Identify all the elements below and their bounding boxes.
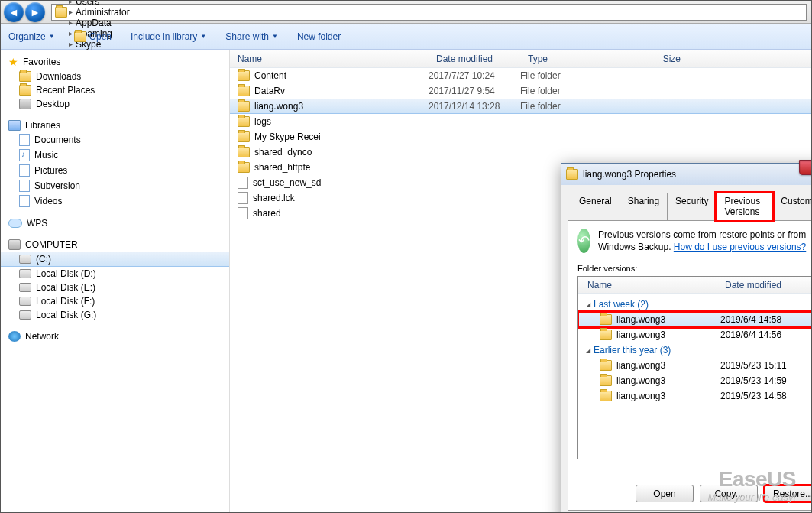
close-button[interactable]: ✕ <box>799 160 812 175</box>
column-name[interactable]: Name <box>230 54 429 64</box>
drive-icon <box>19 269 31 278</box>
folder-icon <box>600 375 612 386</box>
column-size[interactable]: Size <box>612 54 688 64</box>
versions-listbox: Name Date modified ◢ Last week (2)liang.… <box>577 276 812 459</box>
drive-icon <box>19 297 31 306</box>
drive-icon <box>19 283 31 292</box>
version-group-header[interactable]: ◢ Earlier this year (3) <box>578 343 812 358</box>
tab-previous-versions[interactable]: Previous Versions <box>716 193 773 221</box>
computer-group[interactable]: COMPUTER <box>1 238 229 252</box>
libraries-icon <box>8 120 21 131</box>
include-menu[interactable]: Include in library ▼ <box>131 31 206 42</box>
file-row[interactable]: DataRv2017/11/27 9:54File folder <box>230 83 811 99</box>
version-row[interactable]: liang.wong32019/5/23 14:59 <box>578 373 812 388</box>
description-text: Previous versions come from restore poin… <box>598 229 812 253</box>
cloud-icon <box>8 219 22 228</box>
dialog-titlebar[interactable]: liang.wong3 Properties ✕ <box>561 164 812 185</box>
sidebar-item[interactable]: Videos <box>1 193 229 209</box>
version-col-date[interactable]: Date modified <box>716 280 812 291</box>
breadcrumb-item[interactable]: ▸Administrator <box>67 7 131 18</box>
open-version-button[interactable]: Open <box>636 485 694 502</box>
tab-security[interactable]: Security <box>667 193 717 220</box>
watermark: EaseUS Make your life easy! <box>707 467 796 503</box>
file-row[interactable]: Content2017/7/27 10:24File folder <box>230 68 811 83</box>
folder-icon <box>600 314 612 325</box>
breadcrumb[interactable]: ▸COMPUTER▸ (C:)▸Users▸Administrator▸AppD… <box>51 4 807 21</box>
favorites-group[interactable]: ★Favorites <box>1 54 229 70</box>
item-icon <box>19 180 30 192</box>
drive-icon <box>19 310 31 320</box>
item-icon <box>19 134 30 146</box>
item-icon <box>19 149 30 161</box>
network-icon <box>8 331 21 342</box>
share-menu[interactable]: Share with ▼ <box>225 31 278 42</box>
item-icon <box>19 164 30 177</box>
wps-group[interactable]: WPS <box>1 216 229 230</box>
item-icon <box>19 99 31 109</box>
sidebar-item[interactable]: Downloads <box>1 70 229 83</box>
version-row[interactable]: liang.wong32019/5/23 14:58 <box>578 388 812 404</box>
breadcrumb-item[interactable]: ▸Users <box>67 0 131 7</box>
drive-icon <box>19 255 31 264</box>
file-icon <box>238 207 248 219</box>
column-date[interactable]: Date modified <box>429 54 520 64</box>
file-row[interactable]: logs <box>230 114 811 129</box>
sidebar-item[interactable]: Recent Places <box>1 83 229 97</box>
sidebar-item[interactable]: Pictures <box>1 163 229 178</box>
version-column-headers[interactable]: Name Date modified <box>578 277 812 294</box>
tab-general[interactable]: General <box>571 193 620 220</box>
item-icon <box>19 71 31 82</box>
version-row[interactable]: liang.wong32019/6/4 14:56 <box>578 327 812 343</box>
version-row[interactable]: liang.wong32019/6/4 14:58 <box>578 312 812 327</box>
folder-icon <box>238 70 250 81</box>
folder-icon <box>566 169 578 180</box>
sidebar-item[interactable]: Subversion <box>1 178 229 193</box>
file-row[interactable]: shared_dynco <box>230 144 811 160</box>
libraries-group[interactable]: Libraries <box>1 119 229 132</box>
item-icon <box>19 85 31 96</box>
folder-icon <box>238 162 250 173</box>
newfolder-button[interactable]: New folder <box>297 31 341 42</box>
folder-icon <box>600 330 612 340</box>
folder-icon <box>238 116 250 127</box>
restore-icon: ↶ <box>577 229 590 253</box>
folder-icon <box>238 147 250 157</box>
sidebar-drive[interactable]: Local Disk (E:) <box>1 281 229 294</box>
sidebar-item[interactable]: Music <box>1 148 229 163</box>
network-group[interactable]: Network <box>1 330 229 343</box>
dialog-title: liang.wong3 Properties <box>583 169 676 180</box>
version-col-name[interactable]: Name <box>578 280 716 291</box>
folder-icon <box>600 360 612 371</box>
sidebar-item[interactable]: Documents <box>1 132 229 148</box>
version-group-header[interactable]: ◢ Last week (2) <box>578 297 812 312</box>
folder-icon <box>238 131 250 142</box>
nav-forward-button[interactable]: ► <box>25 2 45 22</box>
column-type[interactable]: Type <box>520 54 612 64</box>
file-row[interactable]: My Skype Recei <box>230 129 811 144</box>
organize-menu[interactable]: Organize ▼ <box>8 31 55 42</box>
sidebar-drive[interactable]: Local Disk (G:) <box>1 308 229 322</box>
help-link[interactable]: How do I use previous versions? <box>674 242 806 252</box>
sidebar-item[interactable]: Desktop <box>1 97 229 111</box>
sidebar-drive[interactable]: Local Disk (F:) <box>1 294 229 308</box>
file-icon <box>238 192 248 204</box>
nav-back-button[interactable]: ◄ <box>4 2 24 22</box>
folder-icon <box>600 391 612 401</box>
sidebar-drive[interactable]: Local Disk (D:) <box>1 267 229 281</box>
breadcrumb-item[interactable]: ▸AppData <box>67 18 131 28</box>
folder-icon <box>238 86 250 96</box>
navigation-pane: ★Favorites DownloadsRecent PlacesDesktop… <box>1 50 230 512</box>
open-button[interactable]: Open <box>74 31 112 42</box>
tab-customize[interactable]: Customize <box>772 193 812 220</box>
tab-strip: GeneralSharingSecurityPrevious VersionsC… <box>561 185 812 220</box>
properties-dialog: liang.wong3 Properties ✕ GeneralSharingS… <box>561 163 812 513</box>
version-row[interactable]: liang.wong32019/5/23 15:11 <box>578 358 812 373</box>
file-icon <box>238 177 248 189</box>
tab-sharing[interactable]: Sharing <box>620 193 668 220</box>
column-headers[interactable]: Name Date modified Type Size <box>230 50 811 68</box>
folder-icon <box>238 101 250 112</box>
file-row[interactable]: liang.wong32017/12/14 13:28File folder <box>230 99 811 114</box>
folder-icon <box>55 7 67 18</box>
item-icon <box>19 195 30 207</box>
sidebar-drive[interactable]: (C:) <box>1 252 229 267</box>
